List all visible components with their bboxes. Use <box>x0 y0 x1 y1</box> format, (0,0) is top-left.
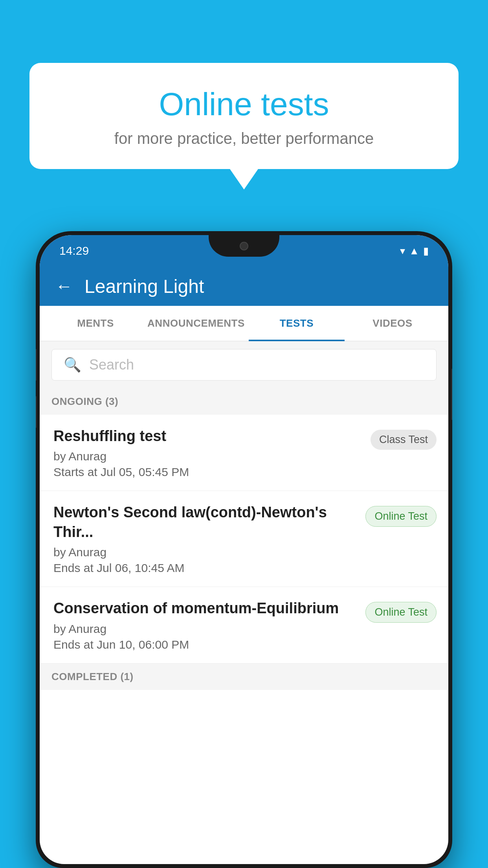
search-placeholder: Search <box>89 357 134 373</box>
tests-list: Reshuffling test by Anurag Starts at Jul… <box>40 415 448 664</box>
test-title-3: Conservation of momentum-Equilibrium <box>53 599 358 618</box>
test-time-2: Ends at Jul 06, 10:45 AM <box>53 561 358 575</box>
test-title-2: Newton's Second law(contd)-Newton's Thir… <box>53 503 358 542</box>
app-title: Learning Light <box>84 276 204 297</box>
test-badge-3: Online Test <box>365 602 437 623</box>
speech-bubble: Online tests for more practice, better p… <box>29 63 459 169</box>
test-badge-2: Online Test <box>365 506 437 527</box>
back-button[interactable]: ← <box>55 278 73 295</box>
test-info-2: Newton's Second law(contd)-Newton's Thir… <box>53 503 365 575</box>
status-icons: ▾ ▲ ▮ <box>400 245 429 257</box>
test-info-3: Conservation of momentum-Equilibrium by … <box>53 599 365 651</box>
bubble-title: Online tests <box>49 86 439 122</box>
test-by-2: by Anurag <box>53 546 358 559</box>
app-header: ← Learning Light <box>40 267 448 306</box>
test-by-3: by Anurag <box>53 622 358 636</box>
tab-announcements[interactable]: ANNOUNCEMENTS <box>143 306 249 341</box>
tab-tests[interactable]: TESTS <box>249 306 345 341</box>
side-button-right <box>451 369 452 420</box>
completed-section-label: COMPLETED (1) <box>40 664 448 690</box>
phone-shell: 14:29 ▾ ▲ ▮ ← Learning Light MENTS <box>36 231 452 868</box>
status-time: 14:29 <box>59 244 89 257</box>
wifi-icon: ▾ <box>400 245 405 257</box>
test-item-1[interactable]: Reshuffling test by Anurag Starts at Jul… <box>40 415 448 491</box>
phone-screen: 14:29 ▾ ▲ ▮ ← Learning Light MENTS <box>40 235 448 864</box>
phone-notch <box>209 235 279 257</box>
camera <box>240 242 248 250</box>
test-badge-1: Class Test <box>371 430 437 450</box>
screen-inner: 14:29 ▾ ▲ ▮ ← Learning Light MENTS <box>40 235 448 864</box>
test-item-2[interactable]: Newton's Second law(contd)-Newton's Thir… <box>40 491 448 587</box>
test-time-3: Ends at Jun 10, 06:00 PM <box>53 638 358 651</box>
bubble-subtitle: for more practice, better performance <box>49 130 439 147</box>
test-by-1: by Anurag <box>53 450 363 463</box>
signal-icon: ▲ <box>409 245 419 257</box>
tab-ments[interactable]: MENTS <box>48 306 143 341</box>
search-icon: 🔍 <box>64 357 81 373</box>
test-title-1: Reshuffling test <box>53 427 363 446</box>
side-button-left-1 <box>36 349 37 381</box>
test-item-3[interactable]: Conservation of momentum-Equilibrium by … <box>40 587 448 663</box>
search-container: 🔍 Search <box>40 341 448 388</box>
ongoing-section-label: ONGOING (3) <box>40 388 448 415</box>
status-bar: 14:29 ▾ ▲ ▮ <box>40 235 448 267</box>
search-box[interactable]: 🔍 Search <box>51 349 437 381</box>
test-info-1: Reshuffling test by Anurag Starts at Jul… <box>53 427 371 479</box>
side-button-left-2 <box>36 396 37 428</box>
tab-videos[interactable]: VIDEOS <box>345 306 440 341</box>
tabs-container: MENTS ANNOUNCEMENTS TESTS VIDEOS <box>40 306 448 341</box>
test-time-1: Starts at Jul 05, 05:45 PM <box>53 465 363 479</box>
battery-icon: ▮ <box>423 245 429 257</box>
